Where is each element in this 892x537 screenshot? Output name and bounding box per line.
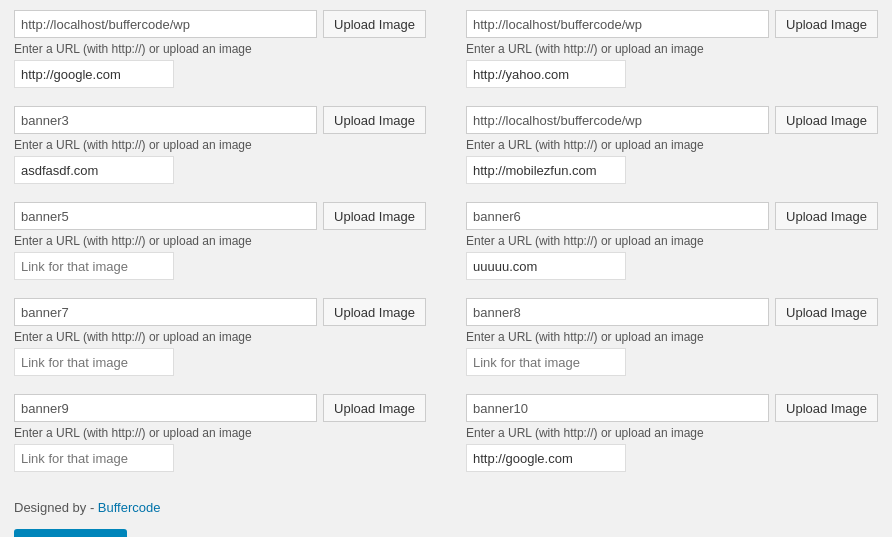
banner-image-row-banner3: Upload Image bbox=[14, 106, 426, 134]
banner-image-input-banner3[interactable] bbox=[14, 106, 317, 134]
url-label-banner4: Enter a URL (with http://) or upload an … bbox=[466, 138, 878, 152]
banner-image-row-banner1_left: Upload Image bbox=[14, 10, 426, 38]
banner-group-banner8: Upload Image Enter a URL (with http://) … bbox=[466, 298, 878, 376]
url-label-banner3: Enter a URL (with http://) or upload an … bbox=[14, 138, 426, 152]
banner-image-input-banner8[interactable] bbox=[466, 298, 769, 326]
banner-group-banner5: Upload Image Enter a URL (with http://) … bbox=[14, 202, 426, 280]
banner-image-row-banner7: Upload Image bbox=[14, 298, 426, 326]
link-input-banner8[interactable] bbox=[466, 348, 626, 376]
banner-group-banner10: Upload Image Enter a URL (with http://) … bbox=[466, 394, 878, 472]
banner-group-banner1_left: Upload Image Enter a URL (with http://) … bbox=[14, 10, 426, 88]
banner-group-banner9: Upload Image Enter a URL (with http://) … bbox=[14, 394, 426, 472]
url-label-banner10: Enter a URL (with http://) or upload an … bbox=[466, 426, 878, 440]
banner-grid: Upload Image Enter a URL (with http://) … bbox=[14, 10, 878, 490]
banner-image-input-banner10[interactable] bbox=[466, 394, 769, 422]
upload-btn-banner9[interactable]: Upload Image bbox=[323, 394, 426, 422]
link-input-banner1_right[interactable] bbox=[466, 60, 626, 88]
url-label-banner6: Enter a URL (with http://) or upload an … bbox=[466, 234, 878, 248]
banner-image-input-banner6[interactable] bbox=[466, 202, 769, 230]
banner-group-banner6: Upload Image Enter a URL (with http://) … bbox=[466, 202, 878, 280]
buffercode-link[interactable]: Buffercode bbox=[98, 500, 161, 515]
banner-image-input-banner4[interactable] bbox=[466, 106, 769, 134]
banner-image-row-banner8: Upload Image bbox=[466, 298, 878, 326]
upload-btn-banner6[interactable]: Upload Image bbox=[775, 202, 878, 230]
url-label-banner7: Enter a URL (with http://) or upload an … bbox=[14, 330, 426, 344]
banner-image-input-banner9[interactable] bbox=[14, 394, 317, 422]
upload-btn-banner10[interactable]: Upload Image bbox=[775, 394, 878, 422]
banner-image-row-banner4: Upload Image bbox=[466, 106, 878, 134]
link-input-banner9[interactable] bbox=[14, 444, 174, 472]
link-input-banner5[interactable] bbox=[14, 252, 174, 280]
link-input-banner4[interactable] bbox=[466, 156, 626, 184]
banner-group-banner7: Upload Image Enter a URL (with http://) … bbox=[14, 298, 426, 376]
upload-btn-banner4[interactable]: Upload Image bbox=[775, 106, 878, 134]
banner-image-row-banner6: Upload Image bbox=[466, 202, 878, 230]
upload-btn-banner7[interactable]: Upload Image bbox=[323, 298, 426, 326]
banner-image-input-banner1_left[interactable] bbox=[14, 10, 317, 38]
link-input-banner10[interactable] bbox=[466, 444, 626, 472]
link-input-banner3[interactable] bbox=[14, 156, 174, 184]
url-label-banner5: Enter a URL (with http://) or upload an … bbox=[14, 234, 426, 248]
upload-btn-banner1_right[interactable]: Upload Image bbox=[775, 10, 878, 38]
banner-group-banner3: Upload Image Enter a URL (with http://) … bbox=[14, 106, 426, 184]
upload-btn-banner1_left[interactable]: Upload Image bbox=[323, 10, 426, 38]
banner-group-banner1_right: Upload Image Enter a URL (with http://) … bbox=[466, 10, 878, 88]
banner-image-row-banner9: Upload Image bbox=[14, 394, 426, 422]
banner-image-row-banner10: Upload Image bbox=[466, 394, 878, 422]
footer-text: Designed by - bbox=[14, 500, 98, 515]
link-input-banner6[interactable] bbox=[466, 252, 626, 280]
url-label-banner9: Enter a URL (with http://) or upload an … bbox=[14, 426, 426, 440]
url-label-banner1_right: Enter a URL (with http://) or upload an … bbox=[466, 42, 878, 56]
upload-btn-banner8[interactable]: Upload Image bbox=[775, 298, 878, 326]
footer: Designed by - Buffercode bbox=[14, 500, 878, 515]
url-label-banner8: Enter a URL (with http://) or upload an … bbox=[466, 330, 878, 344]
banner-image-input-banner1_right[interactable] bbox=[466, 10, 769, 38]
save-changes-button[interactable]: Save Changes bbox=[14, 529, 127, 537]
link-input-banner7[interactable] bbox=[14, 348, 174, 376]
upload-btn-banner5[interactable]: Upload Image bbox=[323, 202, 426, 230]
banner-group-banner4: Upload Image Enter a URL (with http://) … bbox=[466, 106, 878, 184]
banner-image-input-banner5[interactable] bbox=[14, 202, 317, 230]
link-input-banner1_left[interactable] bbox=[14, 60, 174, 88]
banner-image-row-banner1_right: Upload Image bbox=[466, 10, 878, 38]
banner-image-input-banner7[interactable] bbox=[14, 298, 317, 326]
upload-btn-banner3[interactable]: Upload Image bbox=[323, 106, 426, 134]
url-label-banner1_left: Enter a URL (with http://) or upload an … bbox=[14, 42, 426, 56]
banner-image-row-banner5: Upload Image bbox=[14, 202, 426, 230]
